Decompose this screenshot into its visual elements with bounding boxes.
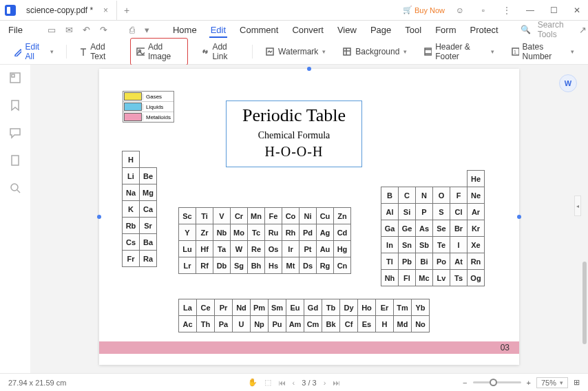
document-viewport[interactable]: GasesLiquidsMetalloids Periodic Table Ch… — [30, 65, 588, 373]
minimize-button[interactable]: — — [522, 2, 538, 19]
mail-icon[interactable]: ✉ — [65, 25, 73, 35]
file-menu[interactable]: File — [8, 25, 23, 35]
edit-all-button[interactable]: Edit All▾ — [10, 39, 58, 64]
vertical-scrollbar[interactable] — [582, 262, 587, 344]
element-cell: Nh — [381, 269, 399, 286]
zoom-in-button[interactable]: + — [527, 379, 531, 387]
element-cell: Ho — [357, 299, 376, 316]
element-cell: Lr — [178, 257, 196, 274]
edit-toolbar: Edit All▾ Add Text Add Image Add Link Wa… — [0, 39, 588, 65]
background-button[interactable]: Background▾ — [338, 44, 411, 59]
zoom-slider[interactable] — [473, 381, 521, 383]
background-label: Background — [355, 47, 399, 56]
add-text-button[interactable]: Add Text — [74, 39, 122, 64]
watermark-button[interactable]: Watermark▾ — [261, 44, 330, 59]
header-footer-button[interactable]: Header & Footer▾ — [419, 39, 498, 64]
menu-tool[interactable]: Tool — [403, 23, 423, 36]
pdf-page[interactable]: GasesLiquidsMetalloids Periodic Table Ch… — [99, 69, 519, 365]
element-cell: Mt — [282, 257, 300, 274]
dropdown-icon[interactable]: ▾ — [145, 25, 149, 35]
save-icon[interactable]: ▭ — [48, 25, 56, 35]
user-icon[interactable]: ☺ — [452, 2, 468, 19]
bookmark-icon[interactable] — [9, 99, 21, 112]
element-cell: Po — [432, 253, 450, 270]
subtitle: Chemical Formula — [232, 130, 356, 141]
add-tab-button[interactable]: + — [117, 5, 136, 16]
legend-row: Liquids — [123, 102, 174, 112]
fit-page-icon[interactable]: ⊞ — [574, 378, 580, 387]
menu-edit[interactable]: Edit — [209, 23, 227, 38]
bates-number-button[interactable]: 1 Bates Number▾ — [507, 39, 578, 64]
element-cell: Cu — [316, 207, 334, 224]
element-cell: Re — [247, 240, 265, 257]
search-tools[interactable]: Search Tools — [538, 20, 572, 39]
select-tool-icon[interactable]: ⬚ — [264, 378, 271, 387]
element-cell: Cn — [333, 257, 351, 274]
thumbnails-icon[interactable] — [9, 72, 21, 84]
maximize-button[interactable]: ☐ — [545, 2, 562, 19]
comment-icon[interactable] — [9, 127, 21, 139]
formula: H-O-O-H — [232, 144, 356, 160]
menu-convert[interactable]: Convert — [291, 23, 325, 36]
document-tab[interactable]: science-copy.pdf * × — [21, 1, 117, 20]
element-cell: Eu — [286, 299, 304, 316]
selection-handle-left[interactable] — [97, 215, 101, 219]
menubar: File ▭ ✉ ↶ ↷ ⎙ ▾ HomeEditCommentConvertV… — [0, 21, 588, 39]
prev-page-icon[interactable]: ‹ — [293, 379, 295, 387]
attachment-icon[interactable] — [9, 154, 21, 167]
selection-handle-right[interactable] — [517, 215, 521, 219]
zoom-out-button[interactable]: − — [463, 379, 467, 387]
hand-tool-icon[interactable]: ✋ — [248, 378, 258, 387]
element-cell: Er — [375, 299, 394, 316]
menu-view[interactable]: View — [336, 23, 358, 36]
app-logo-icon[interactable] — [0, 0, 21, 21]
menu-form[interactable]: Form — [434, 23, 457, 36]
title-box[interactable]: Periodic Table Chemical Formula H-O-O-H — [226, 101, 362, 167]
zoom-slider-thumb[interactable] — [490, 379, 497, 386]
print-icon[interactable]: ⎙ — [129, 25, 135, 35]
selection-handle-top[interactable] — [307, 67, 311, 71]
element-cell: Fl — [398, 269, 416, 286]
element-cell: Au — [316, 240, 334, 257]
element-cell: Ir — [282, 240, 300, 257]
word-export-button[interactable]: W — [559, 74, 577, 92]
next-page-icon[interactable]: › — [324, 379, 326, 387]
element-cell: Sb — [415, 236, 433, 253]
notification-icon[interactable]: ▫ — [475, 2, 492, 19]
more-icon[interactable]: ⋮ — [498, 2, 515, 19]
zoom-percent[interactable]: 75%▾ — [536, 377, 568, 388]
menu-page[interactable]: Page — [369, 23, 392, 36]
first-page-icon[interactable]: ⏮ — [278, 379, 286, 387]
right-panel-toggle[interactable]: ◂ — [574, 196, 581, 216]
element-cell: N — [415, 187, 433, 204]
page-dimensions: 27.94 x 21.59 cm — [8, 379, 66, 387]
element-cell: Ni — [299, 207, 317, 224]
close-tab-icon[interactable]: × — [101, 6, 111, 15]
element-cell: Mg — [139, 184, 157, 201]
close-window-button[interactable]: ✕ — [569, 2, 585, 19]
redo-icon[interactable]: ↷ — [100, 25, 107, 35]
element-cell: Ba — [139, 233, 157, 251]
element-cell: Ce — [196, 299, 215, 316]
element-cell: Pa — [214, 315, 233, 332]
share-icon[interactable]: ↗ — [579, 25, 587, 35]
element-cell: Sc — [178, 207, 196, 224]
element-cell: S — [432, 203, 450, 220]
add-image-button[interactable]: Add Image — [130, 38, 189, 65]
main-area: ▸ GasesLiquidsMetalloids Periodic Table … — [0, 65, 588, 373]
last-page-icon[interactable]: ⏭ — [333, 379, 340, 387]
add-text-label: Add Text — [90, 42, 118, 61]
menu-comment[interactable]: Comment — [238, 23, 280, 36]
element-cell: Am — [286, 315, 304, 332]
search-panel-icon[interactable] — [9, 182, 21, 194]
element-cell: Fr — [122, 250, 140, 267]
buy-now-button[interactable]: 🛒 Buy Now — [403, 6, 445, 14]
add-link-button[interactable]: Add Link — [196, 39, 244, 64]
menu-home[interactable]: Home — [171, 23, 198, 36]
undo-icon[interactable]: ↶ — [83, 25, 90, 35]
element-cell: P — [415, 203, 433, 220]
page-indicator[interactable]: 3 / 3 — [302, 379, 316, 387]
legend-swatch — [124, 103, 142, 111]
menu-protect[interactable]: Protect — [468, 23, 499, 36]
element-cell: Zn — [333, 207, 351, 224]
